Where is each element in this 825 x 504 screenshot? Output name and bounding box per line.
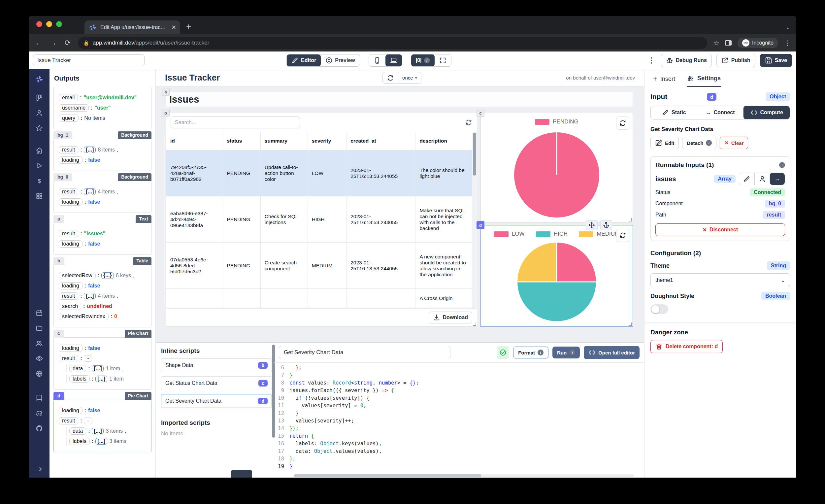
text-component-a[interactable]: a Issues: [166, 92, 633, 107]
discord-icon[interactable]: [33, 407, 46, 420]
tab-close-icon[interactable]: ✕: [171, 24, 176, 31]
code-line[interactable]: 6 };: [274, 364, 644, 372]
reload-icon[interactable]: ⟳: [63, 39, 72, 47]
output-key[interactable]: loading: [59, 156, 82, 164]
output-card-bg_0[interactable]: bg_0Backgroundresult:[...]4 items,loadin…: [54, 181, 151, 213]
table-scrollbar[interactable]: [472, 132, 477, 308]
more-menu-icon[interactable]: ⋮: [647, 56, 656, 65]
side-panel-icon[interactable]: [725, 40, 732, 46]
table-cell[interactable]: LOW: [308, 150, 346, 196]
code-line[interactable]: 12 }: [274, 410, 644, 417]
format-button[interactable]: Formati: [513, 347, 548, 358]
code-line[interactable]: 10 if (!values[severity]) {: [274, 394, 644, 402]
output-collapsed-value[interactable]: [...]: [84, 189, 96, 195]
column-header-description[interactable]: description: [416, 132, 472, 150]
table-row[interactable]: 07da0553-4e6e-4d56-8ded-5fd0f7d5c3c2PEND…: [166, 242, 472, 289]
user-input-icon[interactable]: [754, 173, 769, 185]
output-collapsed-value[interactable]: -: [84, 418, 92, 424]
inline-script-item[interactable]: Get Severity Chart Datad: [161, 394, 272, 408]
output-card-c[interactable]: cPie Chartloading:falseresult:-data:[...…: [54, 337, 151, 390]
code-hscrollbar[interactable]: [294, 474, 634, 477]
dollar-icon[interactable]: $: [33, 174, 46, 188]
code-line[interactable]: 14});: [274, 425, 644, 432]
table-cell[interactable]: PENDING: [223, 242, 260, 289]
column-header-id[interactable]: id: [166, 132, 223, 150]
connect-tab[interactable]: →Connect: [697, 106, 744, 119]
table-cell[interactable]: [260, 289, 308, 308]
edit-button[interactable]: Edit: [651, 137, 679, 149]
code-line[interactable]: 7}: [274, 372, 644, 379]
code-line[interactable]: 15return {: [274, 432, 644, 440]
output-card-b[interactable]: bTableselectedRow:{...}6 keys,loading:fa…: [54, 265, 151, 328]
tab-search-chevron-icon[interactable]: ⌄: [786, 24, 790, 30]
home-icon[interactable]: [33, 144, 46, 157]
star-icon[interactable]: [33, 122, 46, 135]
detach-button[interactable]: Detachi: [682, 137, 717, 149]
table-cell[interactable]: MEDIUM: [308, 242, 346, 289]
anchor-button[interactable]: [600, 220, 612, 230]
chart-d-refresh-button[interactable]: [616, 229, 629, 242]
output-collapsed-value[interactable]: [...]: [92, 365, 103, 372]
table-refresh-icon[interactable]: [465, 119, 472, 126]
table-row[interactable]: eaba8d96-e387-4d2d-8494-096e4143b8faPEND…: [166, 196, 472, 242]
app-refresh-button[interactable]: [383, 72, 398, 83]
resize-handle[interactable]: [629, 322, 632, 326]
output-key[interactable]: email: [59, 94, 78, 101]
column-header-created_at[interactable]: created_at: [347, 132, 416, 150]
table-cell[interactable]: 794208f5-2735-428a-b4af-b071ff0a2962: [166, 150, 223, 196]
table-cell[interactable]: 2023-01-25T16:13:53.244055: [347, 150, 416, 196]
output-key[interactable]: result: [59, 355, 78, 362]
run-button[interactable]: Runi: [552, 347, 580, 358]
fullscreen-button[interactable]: [435, 55, 451, 66]
book-icon[interactable]: [33, 391, 46, 405]
pie-chart-component-c[interactable]: c PENDING: [480, 113, 633, 222]
table-cell[interactable]: [347, 289, 416, 308]
legend-item[interactable]: HIGH: [536, 231, 568, 237]
table-cell[interactable]: Create search component: [260, 242, 308, 289]
outputs-toggle-button[interactable]: |0|i: [411, 55, 435, 66]
output-key[interactable]: labels: [69, 438, 90, 445]
code-line[interactable]: 13 values[severity]++;: [274, 417, 644, 425]
table-cell[interactable]: A new component should be created to all…: [416, 242, 472, 289]
play-icon[interactable]: [33, 159, 46, 172]
compute-tab[interactable]: Compute: [743, 106, 790, 119]
arrow-right-icon[interactable]: [33, 462, 46, 476]
legend-item[interactable]: LOW: [494, 231, 525, 237]
open-full-editor-button[interactable]: Open full editor: [584, 346, 640, 359]
window-controls[interactable]: [34, 16, 65, 34]
address-bar[interactable]: 🔒 app.windmill.dev/apps/edit/u/user/issu…: [78, 37, 707, 49]
column-header-summary[interactable]: summary: [260, 132, 308, 150]
table-row[interactable]: A Cross Origin: [166, 289, 472, 308]
download-button[interactable]: Download: [429, 311, 472, 323]
close-window-button[interactable]: [36, 21, 42, 27]
resize-handle[interactable]: [629, 218, 632, 221]
output-collapsed-value[interactable]: [...]: [92, 428, 103, 434]
table-cell[interactable]: [308, 289, 346, 308]
table-cell[interactable]: Check for SQL injections: [260, 196, 308, 242]
table-row[interactable]: 794208f5-2735-428a-b4af-b071ff0a2962PEND…: [166, 150, 472, 196]
browser-menu-icon[interactable]: ⋮: [784, 39, 791, 47]
inline-script-item[interactable]: Get Status Chart Datac: [161, 376, 272, 390]
minimize-window-button[interactable]: [46, 21, 52, 27]
connect-arrow-icon[interactable]: →: [769, 173, 785, 185]
kanban-icon[interactable]: [33, 91, 46, 104]
table-cell[interactable]: 07da0553-4e6e-4d56-8ded-5fd0f7d5c3c2: [166, 242, 223, 289]
code-line[interactable]: 19}: [274, 463, 644, 470]
theme-select[interactable]: theme1⌄: [651, 273, 790, 287]
column-header-status[interactable]: status: [223, 132, 260, 150]
pie-chart-component-d[interactable]: d LOWHIGHMEDIUM: [480, 225, 633, 327]
output-key[interactable]: loading: [59, 240, 82, 247]
code-line[interactable]: 9issues.forEach(({ severity }) => {: [274, 387, 644, 394]
output-key[interactable]: username: [59, 104, 89, 112]
new-tab-button[interactable]: +: [186, 21, 191, 32]
output-collapsed-value[interactable]: {...}: [101, 272, 114, 279]
user-icon[interactable]: [33, 106, 46, 120]
output-key[interactable]: query: [59, 115, 79, 122]
browser-tab[interactable]: Edit App u/user/issue-tracker | ✕: [84, 20, 180, 34]
code-editor[interactable]: 6 };7}8const values: Record<string, numb…: [274, 362, 644, 478]
code-line[interactable]: 17 data: Object.values(values),: [274, 447, 644, 455]
folder-icon[interactable]: [33, 321, 46, 335]
table-cell[interactable]: PENDING: [223, 150, 260, 196]
doughnut-style-toggle[interactable]: [651, 304, 668, 314]
table-cell[interactable]: 2023-01-25T16:13:53.244055: [347, 196, 416, 242]
